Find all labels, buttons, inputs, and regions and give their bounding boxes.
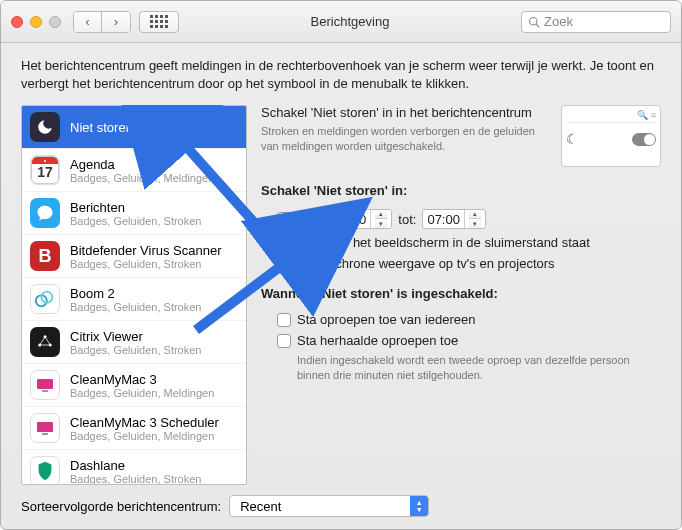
sidebar-item[interactable]: Boom 2Badges, Geluiden, Stroken — [22, 278, 246, 321]
window-title: Berichtgeving — [179, 14, 521, 29]
sidebar-item-name: CleanMyMac 3 — [70, 372, 214, 387]
bubble-icon — [30, 198, 60, 228]
svg-rect-7 — [37, 379, 53, 389]
sidebar-item-name: Agenda — [70, 157, 214, 172]
sidebar-item[interactable]: CleanMyMac 3 SchedulerBadges, Geluiden, … — [22, 407, 246, 450]
nav-back-forward: ‹ › — [73, 11, 131, 33]
svg-rect-10 — [42, 433, 48, 435]
intro-text: Het berichtencentrum geeft meldingen in … — [21, 57, 661, 93]
sidebar-item-sub: Badges, Geluiden, Stroken — [70, 301, 201, 313]
svg-line-1 — [536, 24, 539, 27]
svg-rect-8 — [42, 390, 48, 392]
detail-header: Schakel 'Niet storen' in in het berichte… — [261, 105, 549, 120]
app-sidebar[interactable]: Niet storen•17AgendaBadges, Geluiden, Me… — [21, 105, 247, 485]
citrix-icon — [30, 327, 60, 357]
sidebar-item-name: Dashlane — [70, 458, 201, 473]
svg-rect-9 — [37, 422, 53, 432]
schedule-checkbox[interactable] — [277, 212, 291, 226]
close-window-button[interactable] — [11, 16, 23, 28]
sidebar-item-sub: Badges, Geluiden, Stroken — [70, 258, 222, 270]
dnd-toggle-preview — [632, 133, 656, 146]
cmm-icon — [30, 370, 60, 400]
detail-subtext: Stroken en meldingen worden verborgen en… — [261, 124, 549, 154]
allow-everyone-checkbox[interactable] — [277, 313, 291, 327]
show-all-button[interactable] — [139, 11, 179, 33]
stepper-icon[interactable]: ▴▾ — [370, 210, 391, 228]
sidebar-item-name: Bitdefender Virus Scanner — [70, 243, 222, 258]
repeated-note: Indien ingeschakeld wordt een tweede opr… — [261, 351, 661, 383]
sidebar-item-sub: Badges, Geluiden, Stroken — [70, 473, 201, 485]
content-area: Het berichtencentrum geeft meldingen in … — [1, 43, 681, 529]
sidebar-item[interactable]: •17AgendaBadges, Geluiden, Meldingen — [22, 149, 246, 192]
sleep-checkbox[interactable] — [277, 236, 291, 250]
search-icon — [528, 16, 540, 28]
schedule-section-title: Schakel 'Niet storen' in: — [261, 183, 661, 198]
sidebar-item[interactable]: DashlaneBadges, Geluiden, Stroken — [22, 450, 246, 485]
sidebar-item[interactable]: BerichtenBadges, Geluiden, Stroken — [22, 192, 246, 235]
detail-pane: Schakel 'Niet storen' in in het berichte… — [261, 105, 661, 485]
search-field[interactable]: Zoek — [521, 11, 671, 33]
mirror-checkbox[interactable] — [277, 257, 291, 271]
sidebar-item[interactable]: Niet storen — [22, 106, 246, 149]
sort-label: Sorteervolgorde berichtencentrum: — [21, 499, 221, 514]
boom-icon — [30, 284, 60, 314]
minimize-window-button[interactable] — [30, 16, 42, 28]
from-time-field[interactable]: 22:00 ▴▾ — [329, 209, 393, 229]
to-label: tot: — [398, 212, 416, 227]
mirror-label: Bij synchrone weergave op tv's en projec… — [297, 256, 555, 271]
B-icon: B — [30, 241, 60, 271]
sidebar-item[interactable]: CleanMyMac 3Badges, Geluiden, Meldingen — [22, 364, 246, 407]
titlebar: ‹ › Berichtgeving Zoek — [1, 1, 681, 43]
sort-select[interactable]: Recent ▲▼ — [229, 495, 429, 517]
chevron-up-down-icon: ▲▼ — [410, 496, 428, 516]
allow-everyone-label: Sta oproepen toe van iedereen — [297, 312, 476, 327]
calendar-icon: •17 — [30, 155, 60, 185]
to-time-field[interactable]: 07:00 ▴▾ — [422, 209, 486, 229]
from-label: Van: — [297, 212, 323, 227]
search-icon: 🔍 ≡ — [637, 110, 656, 120]
sleep-label: Wanneer het beeldscherm in de sluimersta… — [297, 235, 590, 250]
sidebar-item-name: Niet storen — [70, 120, 133, 135]
sidebar-item-name: Boom 2 — [70, 286, 201, 301]
moon-icon — [30, 112, 60, 142]
allow-repeated-label: Sta herhaalde oproepen toe — [297, 333, 458, 348]
window-controls — [11, 16, 61, 28]
main-area: Niet storen•17AgendaBadges, Geluiden, Me… — [21, 105, 661, 485]
svg-point-0 — [530, 17, 538, 25]
sidebar-item-sub: Badges, Geluiden, Stroken — [70, 215, 201, 227]
sidebar-item-sub: Badges, Geluiden, Meldingen — [70, 387, 214, 399]
moon-icon: ☾ — [566, 131, 579, 147]
forward-button[interactable]: › — [102, 12, 130, 32]
cmm-icon — [30, 413, 60, 443]
notification-center-preview: 🔍 ≡ ☾ — [561, 105, 661, 167]
sidebar-item[interactable]: BBitdefender Virus ScannerBadges, Geluid… — [22, 235, 246, 278]
sidebar-item-sub: Badges, Geluiden, Meldingen — [70, 172, 214, 184]
stepper-icon[interactable]: ▴▾ — [464, 210, 485, 228]
grid-icon — [150, 15, 168, 28]
sidebar-item-name: CleanMyMac 3 Scheduler — [70, 415, 219, 430]
bottom-bar: Sorteervolgorde berichtencentrum: Recent… — [21, 485, 661, 517]
search-placeholder: Zoek — [544, 14, 573, 29]
sidebar-item-name: Berichten — [70, 200, 201, 215]
when-on-section-title: Wanneer 'Niet storen' is ingeschakeld: — [261, 286, 661, 301]
sidebar-item-name: Citrix Viewer — [70, 329, 201, 344]
back-button[interactable]: ‹ — [74, 12, 102, 32]
dashlane-icon — [30, 456, 60, 485]
preferences-window: ‹ › Berichtgeving Zoek Het berichtencent… — [0, 0, 682, 530]
sidebar-item[interactable]: Citrix ViewerBadges, Geluiden, Stroken — [22, 321, 246, 364]
zoom-window-button[interactable] — [49, 16, 61, 28]
sidebar-item-sub: Badges, Geluiden, Meldingen — [70, 430, 219, 442]
sidebar-item-sub: Badges, Geluiden, Stroken — [70, 344, 201, 356]
allow-repeated-checkbox[interactable] — [277, 334, 291, 348]
